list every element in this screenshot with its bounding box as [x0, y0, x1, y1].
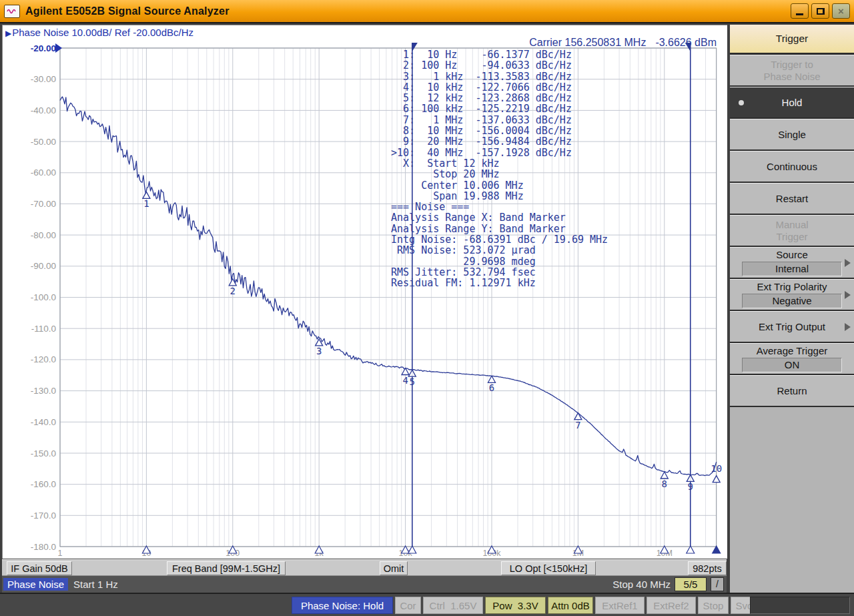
menu-item-label: Ext Trig Polarity: [757, 281, 827, 293]
axis-marker-10-icon[interactable]: [713, 546, 721, 553]
trace-marker-6[interactable]: [488, 376, 496, 382]
menu-item-manual-trigger: ManualTrigger: [730, 215, 854, 247]
status-chip-extref2: ExtRef2: [647, 597, 696, 614]
restore-button[interactable]: [811, 3, 829, 19]
marker-readout-line: 8: 10 MHz -156.0004 dBc/Hz: [391, 125, 608, 136]
marker-readout-line: 6: 100 kHz -125.2219 dBc/Hz: [391, 103, 608, 114]
y-axis-label: -110.0: [31, 324, 56, 334]
menu-item-label: Manual: [775, 219, 808, 231]
menu-item-label: Hold: [782, 97, 803, 109]
marker-readout-line: 7: 1 MHz -137.0633 dBc/Hz: [391, 115, 608, 125]
y-axis-label: -70.00: [31, 199, 56, 209]
noise-analysis-line: RMS Noise: 523.072 µrad: [391, 245, 608, 256]
menu-item-continuous[interactable]: Continuous: [730, 151, 854, 183]
axis-marker-9-icon[interactable]: [687, 546, 695, 553]
trace-marker-10[interactable]: [713, 476, 720, 483]
submenu-arrow-icon: [845, 323, 851, 331]
y-axis-label: -160.0: [31, 479, 56, 489]
menu-item-hold[interactable]: Hold: [730, 87, 854, 119]
busy-indicator: /: [711, 577, 724, 591]
trace-marker-label: 7: [575, 420, 580, 430]
softkey-982pts[interactable]: 982pts: [688, 561, 727, 575]
minimize-icon: [796, 13, 803, 15]
menu-item-label: Restart: [776, 193, 808, 205]
menu-item-ext-trig-output[interactable]: Ext Trig Output: [730, 311, 854, 343]
status-chip-extref1: ExtRef1: [595, 597, 645, 614]
trace-marker-label: 4: [402, 375, 408, 386]
menu-item-trigger-to-phase-noise: Trigger toPhase Noise: [730, 55, 854, 87]
marker-readout-line: 9: 20 MHz -156.9484 dBc/Hz: [391, 136, 608, 147]
trace-marker-label: 9: [688, 481, 693, 492]
y-axis-label: -90.00: [31, 261, 56, 271]
measurement-type-chip: Phase Noise: [3, 578, 68, 591]
softkey-lo-opt-150khz[interactable]: LO Opt [<150kHz]: [501, 561, 596, 575]
noise-analysis-line: 29.9698 mdeg: [391, 256, 608, 267]
menu-title: Trigger: [730, 25, 854, 55]
titlebar: Agilent E5052B Signal Source Analyzer ×: [0, 0, 854, 23]
noise-analysis-line: === Noise ===: [391, 202, 608, 212]
stop-frequency-text: Stop 40 MHz: [612, 579, 671, 590]
marker-readout-line: 2: 100 Hz -94.0633 dBc/Hz: [391, 60, 608, 71]
y-axis-label: -100.0: [31, 292, 56, 302]
menu-item-label: Return: [777, 385, 807, 397]
submenu-arrow-icon: [845, 259, 851, 267]
trace-marker-label: 5: [410, 376, 415, 387]
trace-marker-1[interactable]: [143, 192, 150, 198]
noise-analysis-line: Residual FM: 1.12971 kHz: [391, 278, 608, 288]
menu-item-label: Average Trigger: [757, 345, 827, 357]
noise-analysis-line: Intg Noise: -68.6391 dBc / 19.69 MHz: [391, 234, 608, 245]
status-chip-attn-0db: Attn 0dB: [548, 597, 593, 614]
softkey-omit[interactable]: Omit: [380, 561, 408, 575]
close-button[interactable]: ×: [832, 3, 850, 19]
menu-item-restart[interactable]: Restart: [730, 183, 854, 215]
y-axis-label: -180.0: [31, 542, 56, 552]
status-chip-pow-3-3v: Pow 3.3V: [485, 597, 546, 614]
noise-analysis-line: Analysis Range Y: Band Marker: [391, 224, 608, 234]
carrier-power: -3.6626 dBm: [655, 37, 717, 48]
trace-marker-label: 1: [143, 198, 149, 209]
menu-item-label: Ext Trig Output: [759, 321, 825, 333]
submenu-arrow-icon: [845, 291, 851, 299]
band-range-line: Span 19.988 MHz: [391, 191, 608, 202]
menu-item-label: Continuous: [767, 161, 817, 173]
trace-marker-9[interactable]: [687, 475, 694, 481]
trace-marker-7[interactable]: [574, 413, 582, 420]
y-axis-label: -120.0: [31, 354, 56, 364]
trace-status-row: Phase Noise Start 1 Hz Stop 40 MHz 5/5 /: [2, 575, 727, 593]
softkey-if-gain-50db[interactable]: IF Gain 50dB: [7, 561, 72, 575]
restore-icon: [817, 8, 825, 15]
menu-item-single[interactable]: Single: [730, 119, 854, 151]
y-axis-label: -170.0: [31, 511, 56, 521]
marker-readout-line: 3: 1 kHz -113.3583 dBc/Hz: [391, 71, 608, 82]
menu-item-value: ON: [742, 358, 842, 372]
x-axis-label: 1: [58, 549, 63, 558]
average-counter: 5/5: [675, 577, 707, 591]
minimize-button[interactable]: [791, 3, 809, 19]
menu-item-label: Trigger to: [771, 59, 813, 71]
band-range-line: Stop 20 MHz: [391, 169, 608, 180]
menu-item-ext-trig-polarity[interactable]: Ext Trig PolarityNegative: [730, 279, 854, 311]
noise-analysis-line: Analysis Range X: Band Marker: [391, 212, 608, 223]
y-axis-label: -140.0: [31, 417, 56, 427]
noise-analysis-line: RMS Jitter: 532.794 fsec: [391, 267, 608, 278]
menu-item-source[interactable]: SourceInternal: [730, 247, 854, 279]
menu-item-return[interactable]: Return: [730, 375, 854, 407]
carrier-readout: Carrier 156.250831 MHz-3.6626 dBm: [3, 37, 717, 49]
softkey-menu: Trigger Trigger toPhase NoiseHoldSingleC…: [730, 25, 854, 593]
phase-noise-graph[interactable]: -20.00-30.00-40.00-50.00-60.00-70.00-80.…: [3, 25, 727, 559]
trace-marker-label: 2: [230, 286, 236, 296]
trace-marker-label: 8: [662, 479, 667, 489]
status-chip-ctrl-1-65v: Ctrl 1.65V: [423, 597, 483, 614]
menu-item-average-trigger[interactable]: Average TriggerON: [730, 343, 854, 375]
softkey-freq-band-99m-1-5ghz[interactable]: Freq Band [99M-1.5GHz]: [167, 561, 286, 575]
marker-readout-line: 5: 12 kHz -123.2868 dBc/Hz: [391, 93, 608, 103]
trace-marker-label: 10: [711, 463, 722, 474]
menu-item-label: Trigger: [777, 231, 808, 243]
status-chip-cor: Cor: [395, 597, 421, 614]
trace-marker-5[interactable]: [408, 370, 416, 376]
selected-bullet-icon: [739, 100, 744, 105]
phase-noise-plot-window: -20.00-30.00-40.00-50.00-60.00-70.00-80.…: [2, 25, 727, 559]
marker-readout-line: 1: 10 Hz -66.1377 dBc/Hz: [391, 49, 608, 60]
trace-marker-8[interactable]: [661, 472, 668, 479]
y-axis-label: -80.00: [31, 230, 56, 240]
